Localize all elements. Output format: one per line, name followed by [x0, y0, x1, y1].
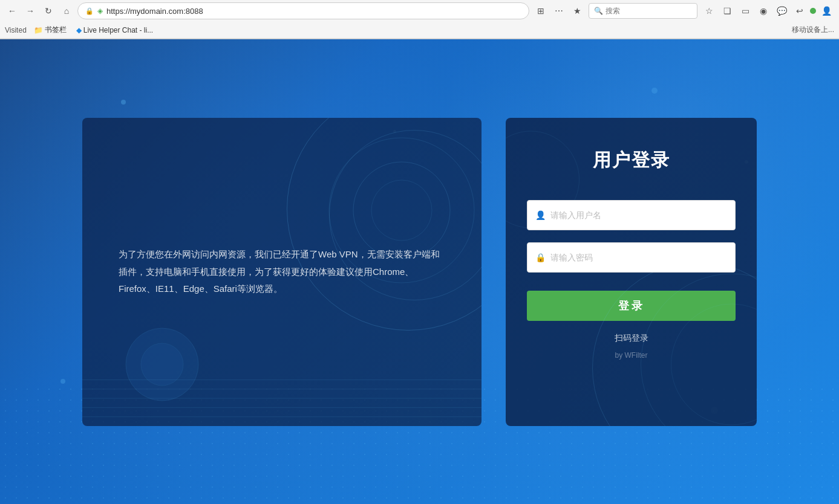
back2-icon[interactable]: ↩ — [792, 3, 808, 19]
scan-login-link[interactable]: 扫码登录 — [615, 333, 648, 344]
chat-icon[interactable]: 💬 — [774, 3, 789, 19]
svg-point-2 — [371, 180, 432, 241]
password-group: 🔒 — [527, 242, 736, 273]
svg-point-10 — [641, 274, 757, 426]
login-panel: 用户登录 👤 🔒 登录 扫码登录 by WFilter — [506, 118, 757, 426]
folder-icon: 📁 — [34, 26, 43, 34]
username-group: 👤 — [527, 200, 736, 230]
grid-icon[interactable]: ⊞ — [533, 3, 549, 19]
more-icon[interactable]: ⋯ — [551, 3, 567, 19]
search-input[interactable] — [606, 7, 696, 15]
layout-icon[interactable]: ▭ — [737, 3, 753, 19]
lock-icon: 🔒 — [535, 253, 546, 262]
svg-point-3 — [126, 328, 198, 401]
page-content: 为了方便您在外网访问内网资源，我们已经开通了Web VPN，无需安装客户端和插件… — [0, 39, 839, 504]
login-title: 用户登录 — [593, 148, 670, 173]
back-button[interactable]: ← — [5, 4, 19, 18]
star-icon[interactable]: ★ — [569, 3, 585, 19]
svg-point-4 — [141, 343, 183, 386]
bookmark-star-icon[interactable]: ☆ — [701, 3, 717, 19]
bookmarks-bar: Visited 📁 书签栏 ◆ Live Helper Chat - li...… — [0, 22, 839, 39]
info-text: 为了方便您在外网访问内网资源，我们已经开通了Web VPN，无需安装客户端和插件… — [119, 246, 445, 298]
extension-icon[interactable]: ◉ — [756, 3, 771, 19]
browser-extra-icons: ☆ ❏ ▭ ◉ 💬 ↩ 👤 — [701, 3, 834, 19]
status-dot — [810, 8, 816, 14]
deco-dot — [651, 88, 658, 94]
bookmarks-folder[interactable]: 📁 书签栏 — [31, 24, 69, 36]
browser-right-icons: ⊞ ⋯ ★ — [533, 3, 585, 19]
username-input[interactable] — [527, 200, 736, 230]
login-button[interactable]: 登录 — [527, 291, 736, 321]
profile-icon[interactable]: 👤 — [818, 3, 834, 19]
browser-chrome: ← → ↻ ⌂ 🔒 ◈ ⊞ ⋯ ★ 🔍 ☆ ❏ ▭ ◉ 💬 ↩ 👤 — [0, 0, 839, 39]
browser-toolbar: ← → ↻ ⌂ 🔒 ◈ ⊞ ⋯ ★ 🔍 ☆ ❏ ▭ ◉ 💬 ↩ 👤 — [0, 0, 839, 22]
search-bar[interactable]: 🔍 — [589, 3, 697, 19]
bookmark-live-helper[interactable]: ◆ Live Helper Chat - li... — [74, 25, 155, 36]
svg-point-11 — [671, 304, 757, 425]
home-button[interactable]: ⌂ — [59, 4, 74, 18]
forward-button[interactable]: → — [23, 4, 38, 18]
mobile-label: 移动设备上... — [792, 25, 834, 35]
url-input[interactable] — [106, 7, 521, 16]
deco-dot — [60, 379, 65, 384]
security-icon: 🔒 — [85, 7, 94, 15]
bookmark-favicon: ◆ — [76, 26, 82, 34]
library-icon[interactable]: ❏ — [719, 3, 735, 19]
search-icon: 🔍 — [594, 7, 603, 15]
info-panel: 为了方便您在外网访问内网资源，我们已经开通了Web VPN，无需安装客户端和插件… — [82, 118, 482, 426]
address-bar[interactable]: 🔒 ◈ — [77, 2, 529, 19]
user-icon: 👤 — [535, 210, 546, 220]
reload-button[interactable]: ↻ — [41, 4, 56, 18]
shield-icon: ◈ — [97, 7, 103, 15]
deco-dot — [121, 100, 126, 105]
password-input[interactable] — [527, 242, 736, 273]
visited-label: Visited — [5, 26, 27, 34]
by-wfilter-label: by WFilter — [615, 351, 648, 360]
svg-point-1 — [353, 162, 450, 259]
